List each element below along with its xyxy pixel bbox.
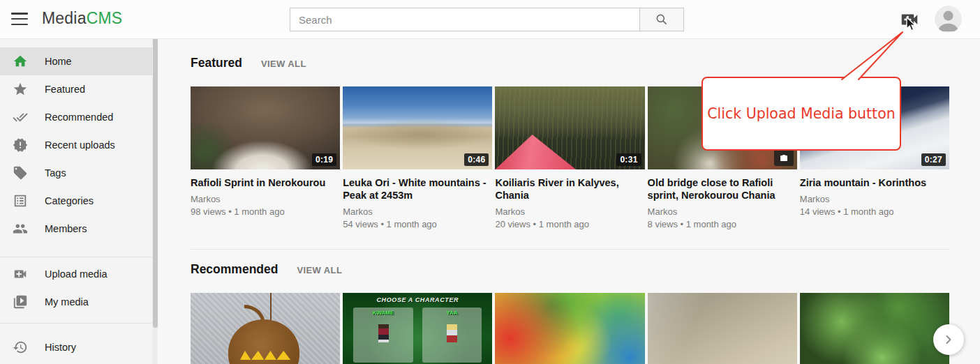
- camera-icon: [779, 154, 789, 162]
- history-icon: [13, 340, 28, 355]
- sidebar-item-label: Recommended: [45, 112, 113, 123]
- upload-media-button[interactable]: [899, 9, 920, 30]
- sidebar-item-label: History: [45, 342, 76, 353]
- thumbnail-text: CHOOSE A CHARACTER: [343, 296, 492, 303]
- video-card: CHOOSE A CHARACTER KWAME YAA Selected Se…: [343, 293, 492, 364]
- search-bar: [290, 8, 684, 31]
- upload-media-icon: [899, 9, 920, 30]
- sidebar-item-recommended[interactable]: Recommended: [0, 103, 158, 131]
- video-card: [495, 293, 644, 364]
- sidebar-item-members[interactable]: Members: [0, 215, 158, 243]
- video-author: Markos: [648, 206, 797, 217]
- sidebar-item-label: Tags: [45, 167, 66, 179]
- video-meta: 54 views • 1 month ago: [343, 219, 492, 229]
- image-type-badge: [774, 150, 794, 166]
- sidebar-item-categories[interactable]: Categories: [0, 187, 158, 215]
- video-thumbnail[interactable]: [191, 293, 340, 364]
- sidebar-item-label: Categories: [45, 195, 94, 206]
- video-title[interactable]: Ziria mountain - Korinthos: [800, 176, 949, 189]
- thumbnail-art: [378, 324, 389, 342]
- sidebar-divider: [0, 257, 158, 257]
- sidebar-item-label: Home: [45, 56, 72, 67]
- video-title[interactable]: Old bridge close to Rafioli sprint, Nero…: [648, 176, 797, 202]
- carousel-next-button[interactable]: [933, 324, 964, 355]
- top-bar: MediaCMS: [0, 0, 980, 39]
- user-avatar[interactable]: [935, 6, 962, 33]
- video-card: 0:19 Rafioli Sprint in Nerokourou Markos…: [191, 86, 340, 229]
- video-thumbnail[interactable]: [495, 293, 644, 364]
- sidebar-scrollbar-thumb[interactable]: [153, 36, 158, 328]
- thumbnail-art: [270, 293, 272, 321]
- thumbnail-art: [495, 135, 576, 169]
- video-author: Markos: [191, 194, 340, 204]
- video-thumbnail[interactable]: 0:19: [191, 86, 340, 169]
- featured-view-all-link[interactable]: VIEW ALL: [261, 59, 306, 69]
- thumbnail-art: [447, 324, 457, 342]
- video-library-icon: [13, 294, 28, 310]
- recommended-video-row: CHOOSE A CHARACTER KWAME YAA Selected Se…: [191, 293, 949, 364]
- video-thumbnail[interactable]: 0:31: [495, 86, 644, 169]
- annotation-text: Click Upload Media button: [707, 105, 895, 122]
- tag-icon: [13, 165, 28, 181]
- annotation-callout: Click Upload Media button: [701, 77, 901, 151]
- video-author: Markos: [800, 194, 949, 204]
- logo-cms-text: CMS: [87, 9, 123, 27]
- video-card: 0:46 Leuka Ori - White mountains - Peak …: [343, 86, 492, 229]
- video-card: [191, 293, 340, 364]
- double-check-icon: [13, 109, 28, 125]
- sidebar-item-upload-media[interactable]: Upload media: [0, 260, 158, 288]
- sidebar-item-label: Members: [45, 223, 87, 234]
- video-thumbnail[interactable]: [648, 293, 797, 364]
- duration-badge: 0:31: [616, 153, 641, 166]
- section-title: Featured: [191, 56, 242, 70]
- mediacms-app: MediaCMS: [0, 0, 980, 364]
- avatar-person-icon: [935, 6, 962, 33]
- new-releases-icon: [13, 137, 28, 153]
- sidebar-item-home[interactable]: Home: [0, 47, 158, 75]
- thumbnail-text: KWAME: [353, 310, 413, 316]
- duration-badge: 0:46: [464, 153, 489, 166]
- sidebar-item-recent-uploads[interactable]: Recent uploads: [0, 131, 158, 159]
- categories-icon: [13, 193, 28, 208]
- sidebar-item-label: Upload media: [45, 268, 107, 280]
- search-button[interactable]: [640, 8, 684, 31]
- video-author: Markos: [343, 206, 492, 217]
- chevron-right-icon: [942, 333, 956, 347]
- video-thumbnail[interactable]: CHOOSE A CHARACTER KWAME YAA Selected Se…: [343, 293, 492, 364]
- video-title[interactable]: Koiliaris River in Kalyves, Chania: [495, 176, 644, 202]
- sidebar-scrollbar-track: [152, 39, 158, 364]
- recommended-section-header: Recommended VIEW ALL: [191, 250, 949, 277]
- thumbnail-text: YAA: [422, 310, 482, 316]
- featured-section-header: Featured VIEW ALL: [191, 39, 949, 70]
- video-card: [800, 293, 949, 364]
- sidebar-item-label: My media: [45, 296, 89, 308]
- video-meta: 8 views • 1 month ago: [648, 219, 797, 229]
- video-meta: 20 views • 1 month ago: [495, 219, 644, 229]
- thumbnail-art: KWAME: [353, 308, 413, 363]
- video-card: [648, 293, 797, 364]
- app-logo[interactable]: MediaCMS: [42, 9, 122, 28]
- sidebar: Home Featured Recommended Recent uploads…: [0, 39, 158, 364]
- sidebar-item-featured[interactable]: Featured: [0, 75, 158, 103]
- search-input[interactable]: [290, 8, 640, 31]
- sidebar-item-tags[interactable]: Tags: [0, 159, 158, 187]
- recommended-view-all-link[interactable]: VIEW ALL: [297, 265, 342, 275]
- sidebar-item-label: Recent uploads: [45, 139, 115, 151]
- logo-media-text: Media: [42, 9, 87, 27]
- sidebar-item-my-media[interactable]: My media: [0, 288, 158, 316]
- sidebar-item-history[interactable]: History: [0, 333, 158, 361]
- sidebar-item-label: Featured: [45, 84, 85, 95]
- hamburger-menu-icon[interactable]: [11, 13, 28, 26]
- home-icon: [13, 54, 28, 69]
- video-title[interactable]: Rafioli Sprint in Nerokourou: [191, 176, 340, 189]
- duration-badge: 0:19: [312, 153, 336, 166]
- video-author: Markos: [495, 206, 644, 217]
- video-meta: 14 views • 1 month ago: [800, 206, 949, 217]
- thumbnail-art: YAA: [422, 308, 482, 363]
- video-thumbnail[interactable]: 0:46: [343, 86, 492, 169]
- thumbnail-art: [228, 319, 300, 364]
- video-thumbnail[interactable]: [800, 293, 949, 364]
- video-card: 0:31 Koiliaris River in Kalyves, Chania …: [495, 86, 644, 229]
- section-title: Recommended: [191, 262, 278, 277]
- video-title[interactable]: Leuka Ori - White mountains - Peak at 24…: [343, 176, 492, 202]
